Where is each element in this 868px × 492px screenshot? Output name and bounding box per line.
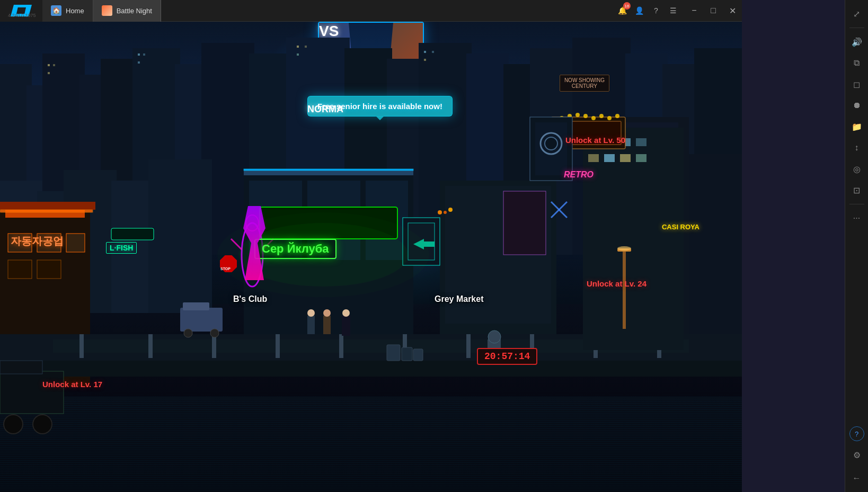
location-sidebar-icon[interactable]: ◎ [847, 159, 866, 178]
svg-rect-60 [79, 334, 84, 358]
norma-label: NORMA [307, 104, 343, 115]
game-background: VS [0, 22, 742, 492]
titlebar: 4.240.0.1075 🏠 Home Battle Night 🔔 16 👤 … [0, 0, 742, 22]
version-label: 4.240.0.1075 [8, 13, 36, 18]
svg-rect-118 [0, 361, 42, 374]
home-tab-icon: 🏠 [51, 5, 61, 16]
right-sidebar: ⤢ 🔊 ⧉ ◻ ⏺ 📁 ↕ ◎ ⊡ ··· ? ⚙ ← [845, 0, 868, 492]
volume-sidebar-icon[interactable]: 🔊 [847, 32, 866, 51]
fish-sign: L·FISH [106, 242, 137, 254]
svg-rect-63 [276, 334, 280, 358]
svg-rect-64 [339, 334, 343, 358]
svg-point-128 [488, 330, 501, 343]
home-tab-label: Home [66, 7, 84, 15]
bs-club-label[interactable]: B's Club [233, 294, 267, 304]
water-area [0, 397, 742, 492]
svg-point-86 [342, 309, 350, 317]
svg-rect-66 [466, 334, 471, 358]
water-reflection [0, 397, 742, 492]
casino-sign: CASI ROYA [662, 223, 699, 231]
svg-rect-59 [53, 339, 689, 353]
titlebar-controls: 🔔 16 👤 ? ☰ [610, 3, 685, 18]
account-button[interactable]: 👤 [632, 3, 646, 18]
timer-display: 20:57:14 [477, 348, 537, 365]
svg-rect-62 [212, 334, 216, 358]
svg-rect-85 [342, 316, 350, 336]
unlock-lv24-label: Unlock at Lv. 24 [587, 279, 646, 288]
sidebar-divider-1 [849, 28, 864, 28]
vs-billboard[interactable]: VS [318, 22, 424, 106]
grey-market-label[interactable]: Grey Market [435, 294, 484, 304]
svg-rect-77 [180, 308, 223, 332]
svg-rect-125 [402, 347, 412, 361]
minimize-button[interactable]: − [685, 0, 704, 22]
maximize-button[interactable]: □ [704, 0, 723, 22]
retro-sign: RETRO [564, 170, 594, 180]
expand-sidebar-icon[interactable]: ⤢ [847, 4, 866, 23]
screenshot-sidebar-icon[interactable]: ◻ [847, 75, 866, 94]
svg-rect-124 [387, 345, 400, 361]
game-area[interactable]: VS [0, 22, 742, 492]
svg-point-80 [210, 329, 219, 337]
layers-sidebar-icon[interactable]: ⧉ [847, 53, 866, 73]
vs-text: VS [319, 23, 339, 40]
stop-sign-text: STOP [220, 267, 231, 271]
unlock-lv50-label: Unlock at Lv. 50 [565, 136, 625, 145]
back-sidebar-icon[interactable]: ← [847, 469, 866, 488]
theater-label: NOW SHOWINGCENTURY [560, 75, 609, 92]
notification-button[interactable]: 🔔 16 [615, 3, 630, 18]
settings-sidebar-icon[interactable]: ⚙ [847, 445, 866, 464]
sidebar-divider-2 [849, 204, 864, 204]
close-button[interactable]: ✕ [723, 0, 742, 22]
svg-rect-58 [0, 361, 742, 377]
theater-billboard: NOW SHOWINGCENTURY [560, 75, 609, 92]
svg-point-82 [307, 309, 315, 317]
multi-sidebar-icon[interactable]: ⊡ [847, 181, 866, 200]
unlock-lv17-label: Unlock at Lv. 17 [42, 380, 102, 389]
svg-rect-65 [403, 334, 407, 358]
more-sidebar-icon[interactable]: ··· [847, 209, 866, 228]
svg-rect-81 [307, 316, 315, 334]
help-sidebar-icon[interactable]: ? [849, 426, 864, 441]
battle-night-tab-icon [102, 5, 112, 16]
korean-sign: 자동자공업 [11, 234, 64, 248]
folder-sidebar-icon[interactable]: 📁 [847, 117, 866, 136]
svg-rect-57 [0, 334, 742, 366]
battle-night-tab[interactable]: Battle Night [93, 0, 161, 22]
bluestacks-logo [0, 0, 42, 22]
svg-rect-69 [657, 334, 661, 358]
svg-rect-83 [323, 316, 331, 334]
home-tab[interactable]: 🏠 Home [42, 0, 93, 22]
window-controls: − □ ✕ [685, 0, 742, 22]
svg-rect-126 [413, 349, 423, 361]
notification-badge: 16 [623, 2, 631, 10]
svg-rect-68 [594, 334, 598, 358]
help-button[interactable]: ? [649, 3, 663, 18]
svg-point-84 [323, 309, 331, 317]
vs-char-right [386, 23, 423, 105]
sync-sidebar-icon[interactable]: ↕ [847, 138, 866, 157]
record-sidebar-icon[interactable]: ⏺ [847, 96, 866, 115]
svg-rect-61 [148, 334, 153, 358]
neon-club-sign[interactable]: Сер Йклуба [254, 239, 336, 259]
svg-point-79 [184, 329, 192, 337]
battle-night-tab-label: Battle Night [117, 7, 152, 15]
menu-button[interactable]: ☰ [666, 3, 680, 18]
